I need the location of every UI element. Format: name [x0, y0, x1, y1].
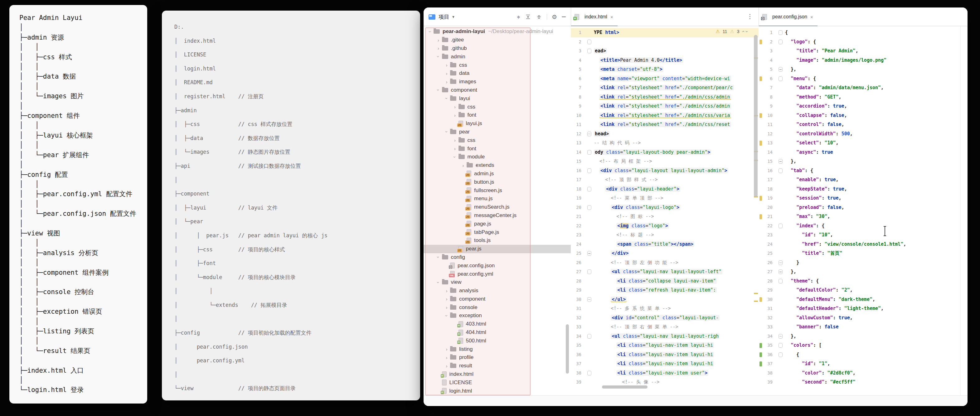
chevron-closed-icon[interactable]: › [443, 347, 450, 351]
tree-row-css[interactable]: ›css [423, 136, 571, 144]
chevron-closed-icon[interactable]: › [443, 305, 450, 310]
fold-marker-icon[interactable] [584, 129, 594, 139]
code-line[interactable]: 27 }, [759, 267, 967, 276]
code-line[interactable]: 11 "control": false, [759, 120, 967, 129]
fold-marker-icon[interactable] [776, 276, 785, 286]
fold-marker-icon[interactable] [584, 184, 594, 194]
fold-marker-icon[interactable] [584, 249, 594, 258]
fold-marker-icon[interactable] [584, 332, 594, 341]
tree-row-tools.js[interactable]: JStools.js [423, 237, 571, 245]
tree-row-exception[interactable]: ›exception [423, 311, 571, 320]
chevron-closed-icon[interactable]: › [452, 138, 458, 143]
fold-marker-icon[interactable] [776, 28, 785, 37]
tree-row-font[interactable]: ›font [423, 111, 571, 119]
tree-row-button.js[interactable]: JSbutton.js [423, 178, 571, 186]
code-line[interactable]: 39 "second": "#ecf5ff" [759, 378, 967, 387]
tree-row-403.html[interactable]: H403.html [423, 320, 571, 329]
tree-row-css[interactable]: ›css [423, 103, 571, 111]
tree-row-tabpage.js[interactable]: JStabPage.js [423, 228, 571, 237]
code-line[interactable]: 30 </ul> [571, 295, 759, 304]
code-line[interactable]: 22 "index": { [759, 221, 967, 231]
chevron-closed-icon[interactable]: › [452, 105, 458, 109]
chevron-open-icon[interactable]: › [443, 313, 450, 318]
chevron-closed-icon[interactable]: › [443, 297, 450, 301]
fold-marker-icon[interactable] [584, 267, 594, 276]
editor-pear-config-json[interactable]: 1{2 "logo": {3 "title": "Pear Admin",4 "… [759, 26, 967, 395]
fold-marker-icon[interactable] [776, 221, 785, 231]
fold-marker-icon[interactable] [776, 157, 785, 166]
expand-all-icon[interactable] [525, 14, 531, 20]
chevron-open-icon[interactable]: › [435, 87, 442, 92]
settings-gear-icon[interactable]: ⚙ [552, 14, 557, 20]
code-line[interactable]: 2 "logo": { [759, 37, 967, 47]
tab-pear-config-json[interactable]: {} pear.config.json × [759, 8, 818, 26]
inspection-widget[interactable]: ⚠11 ⚠3 › › [716, 29, 748, 34]
code-line[interactable]: 14 "async": true [759, 148, 967, 157]
tree-row-pear.config.json[interactable]: {}pear.config.json [423, 261, 571, 270]
tree-row-config[interactable]: ›config [423, 253, 571, 262]
tree-row-fullscreen.js[interactable]: JSfullscreen.js [423, 186, 571, 195]
code-line[interactable]: 27 <ul class="layui-nav layui-layout-lef… [571, 267, 759, 276]
tree-row-login.html[interactable]: Hlogin.html [423, 387, 571, 395]
code-line[interactable]: 19 <!-- 菜 单 顶 部 --> [571, 194, 759, 203]
code-line[interactable]: 35 "colors": [ [759, 341, 967, 350]
tree-row-analysis[interactable]: ›analysis [423, 287, 571, 295]
chevron-open-icon[interactable]: › [443, 129, 450, 134]
chevron-closed-icon[interactable]: › [435, 46, 442, 51]
tree-row-index.html[interactable]: Hindex.html [423, 370, 571, 379]
fold-marker-icon[interactable] [776, 258, 785, 268]
tab-index-html[interactable]: H index.html × [571, 8, 617, 26]
fold-marker-icon[interactable] [584, 368, 594, 378]
chevron-closed-icon[interactable]: › [435, 38, 442, 43]
code-line[interactable]: 26 <!-- 顶 部 左 侧 功 能 --> [571, 258, 759, 268]
code-line[interactable]: 29 "defaultColor": "2", [759, 286, 967, 295]
tree-row-console[interactable]: ›console [423, 303, 571, 311]
code-line[interactable]: 10 <link rel="stylesheet" href="./admin/… [571, 111, 759, 121]
code-line[interactable]: 15 <!-- 布 局 框 架 --> [571, 157, 759, 166]
chevron-closed-icon[interactable]: › [452, 146, 458, 151]
next-issue-icon[interactable]: › [745, 31, 750, 32]
chevron-closed-icon[interactable]: › [443, 289, 450, 293]
code-line[interactable]: 32 <div id="control" class="layui-layout… [571, 313, 759, 323]
code-line[interactable]: 19 "session": true, [759, 194, 967, 203]
fold-marker-icon[interactable] [584, 203, 594, 212]
code-line[interactable]: 9 "accordion": true, [759, 102, 967, 111]
tree-row-admin.js[interactable]: JSadmin.js [423, 170, 571, 178]
tree-row-pear.js[interactable]: JSpear.js [423, 245, 571, 253]
fold-marker-icon[interactable] [776, 350, 785, 360]
tree-row-module[interactable]: ›module [423, 153, 571, 161]
editor-index-html[interactable]: 1YPE html>23ead>4 <title>Pear Admin 4.0<… [571, 26, 759, 395]
code-line[interactable]: 34 }, [759, 332, 967, 341]
code-line[interactable]: 36 { [759, 350, 967, 360]
chevron-closed-icon[interactable]: › [443, 364, 450, 368]
code-line[interactable]: 13 "select": "10", [759, 138, 967, 148]
tree-row-data[interactable]: ›data [423, 69, 571, 78]
fold-marker-icon[interactable] [584, 148, 594, 157]
code-line[interactable]: 17 <!-- 顶 部 样 式 --> [571, 175, 759, 184]
tree-row-font[interactable]: ›font [423, 144, 571, 153]
fold-marker-icon[interactable] [776, 332, 785, 341]
code-line[interactable]: 8 <link rel="stylesheet" href="./admin/c… [571, 93, 759, 102]
code-line[interactable]: 18 <div class="layui-header"> [571, 184, 759, 194]
chevron-open-icon[interactable]: › [435, 54, 442, 59]
code-line[interactable]: 4 <title>Pear Admin 4.0</title> [571, 56, 759, 65]
code-line[interactable]: 33 "banner": false [759, 322, 967, 332]
chevron-closed-icon[interactable]: › [443, 63, 450, 67]
code-line[interactable]: 25 </div> [571, 249, 759, 258]
code-line[interactable]: 21 <!-- 图 标 --> [571, 212, 759, 221]
fold-marker-icon[interactable] [584, 46, 594, 56]
code-line[interactable]: 17 "enable": true, [759, 175, 967, 184]
code-line[interactable]: 22 <img class="logo"> [571, 221, 759, 231]
tree-row-pear[interactable]: ›pear [423, 128, 571, 136]
code-line[interactable]: 12head> [571, 129, 759, 139]
tree-row-extends[interactable]: ›extends [423, 161, 571, 170]
chevron-closed-icon[interactable]: › [443, 79, 450, 84]
code-line[interactable]: 30 "defaultMenu": "dark-theme", [759, 295, 967, 304]
code-line[interactable]: 14ody class="layui-layout-body pear-admi… [571, 148, 759, 157]
tree-scrollbar[interactable] [566, 324, 569, 373]
code-line[interactable]: 4 "image": "admin/images/logo.png" [759, 56, 967, 65]
fold-marker-icon[interactable] [584, 37, 594, 47]
tree-row-layui[interactable]: ›layui [423, 94, 571, 103]
code-line[interactable]: 23 "id": "10", [759, 230, 967, 240]
chevron-closed-icon[interactable]: › [443, 355, 450, 360]
